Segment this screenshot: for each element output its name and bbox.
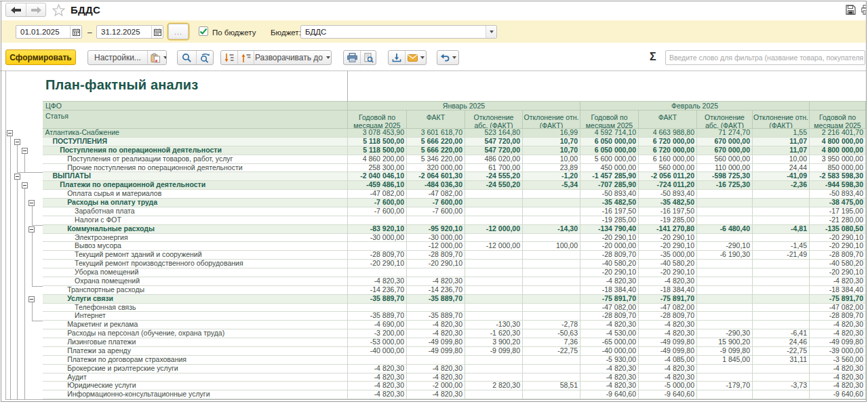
value-cell[interactable]: -2,78 [523,321,580,329]
value-cell[interactable]: -2 040 046,10 [348,172,407,181]
tree-expander-collapse[interactable] [28,200,35,206]
value-cell[interactable] [753,268,810,277]
value-cell[interactable] [523,365,580,373]
tree-expander-collapse[interactable] [7,130,13,136]
value-cell[interactable]: 58,51 [523,382,580,390]
value-cell[interactable] [697,277,753,286]
row-label-cell[interactable]: Коммунальные расходы [43,225,348,234]
value-cell[interactable]: -1,45 [753,242,810,251]
row-label-cell[interactable]: Уборка помещений [43,268,348,277]
value-cell[interactable]: -20 290,10 [639,268,697,277]
value-cell[interactable]: -20 290,10 [810,242,866,251]
value-cell[interactable]: -135 080,50 [810,225,866,234]
value-cell[interactable] [753,304,810,312]
value-cell[interactable]: -40 580,20 [639,260,697,268]
value-cell[interactable]: -3 560,00 [810,356,866,365]
value-cell[interactable] [465,251,523,260]
value-cell[interactable]: 2 820,30 [465,382,523,390]
value-cell[interactable] [753,190,810,199]
value-cell[interactable] [523,304,580,312]
value-cell[interactable]: 5 666 220,00 [407,146,465,155]
favorite-star-icon[interactable] [51,3,66,17]
cfo-header-cell[interactable]: ЦФО [43,102,348,110]
by-budget-checkbox[interactable] [199,26,208,36]
value-cell[interactable]: 486 020,00 [465,155,523,164]
value-cell[interactable]: -4 820,30 [407,365,465,373]
value-cell[interactable]: 4 663 988,80 [639,129,697,138]
value-cell[interactable] [465,268,523,277]
row-label-cell[interactable]: Телефонная связь [43,304,348,312]
row-label-cell[interactable]: ВЫПЛАТЫ [43,172,348,181]
value-cell[interactable]: -459 486,10 [348,181,407,190]
value-cell[interactable] [753,365,810,373]
value-cell[interactable] [465,234,523,243]
save-file-button[interactable] [389,51,405,64]
row-label-cell[interactable]: Платежи за аренду [43,347,348,356]
value-cell[interactable]: -22,75 [523,347,580,356]
value-cell[interactable] [465,207,523,216]
month-group-cell[interactable] [810,102,866,110]
value-cell[interactable]: 5 666 220,00 [407,138,465,146]
value-cell[interactable]: -4 820,30 [810,329,866,338]
value-cell[interactable]: -30 000,00 [348,234,407,243]
value-cell[interactable]: -28 809,70 [348,251,407,260]
value-cell[interactable] [753,277,810,286]
value-cell[interactable]: -28 809,70 [810,312,866,321]
value-cell[interactable]: -7 600,00 [407,199,465,207]
value-cell[interactable]: -50 893,40 [580,190,639,199]
value-cell[interactable]: -18 384,40 [810,286,866,295]
tree-expander-collapse[interactable] [28,296,35,302]
value-cell[interactable] [465,216,523,225]
tree-expander-collapse[interactable] [22,182,28,188]
value-cell[interactable]: -944 598,30 [810,181,866,190]
value-cell[interactable]: 71 274,70 [697,129,753,138]
value-cell[interactable]: -4 820,30 [639,277,697,286]
value-cell[interactable]: -4 820,30 [348,365,407,373]
save-icon[interactable] [846,5,856,16]
date-to-field[interactable]: 31.12.2025 [96,25,163,39]
value-cell[interactable]: -4 820,30 [348,390,407,399]
value-cell[interactable]: -20 290,10 [407,260,465,268]
value-cell[interactable]: -4 820,30 [407,390,465,399]
value-cell[interactable]: -30 000,00 [407,234,465,243]
tree-expander-collapse[interactable] [14,139,20,145]
value-cell[interactable]: -4 820,30 [580,321,639,329]
value-cell[interactable]: -20 290,10 [810,268,866,277]
value-cell[interactable]: -49 099,80 [639,338,697,347]
value-cell[interactable]: -9 640,60 [810,390,866,399]
row-label-cell[interactable]: Налоги с ФОТ [43,216,348,225]
value-cell[interactable]: -5,34 [523,181,580,190]
value-cell[interactable]: -134 790,40 [580,225,639,234]
value-cell[interactable]: -16 725,30 [697,181,753,190]
value-cell[interactable]: -6 480,40 [697,225,753,234]
value-cell[interactable]: 560 000,00 [639,164,697,173]
value-cell[interactable] [465,277,523,286]
generate-button[interactable]: Сформировать [5,49,76,65]
value-cell[interactable] [465,199,523,207]
value-cell[interactable]: -4 085,00 [639,356,697,365]
value-cell[interactable]: -2 000,00 [407,382,465,390]
row-label-cell[interactable]: Юридические услуги [43,382,348,390]
by-budget-label[interactable]: По бюджету [212,28,256,37]
value-cell[interactable]: -22,75 [753,347,810,356]
value-cell[interactable]: -6,41 [753,329,810,338]
value-cell[interactable]: -38 475,00 [810,199,866,207]
value-cell[interactable]: 16,99 [523,129,580,138]
value-cell[interactable] [523,312,580,321]
value-cell[interactable] [523,207,580,216]
value-cell[interactable]: -4 820,30 [639,373,697,382]
value-cell[interactable]: -9 640,60 [639,390,697,399]
value-cell[interactable] [407,268,465,277]
value-cell[interactable]: 3 078 453,90 [348,129,407,138]
value-cell[interactable]: 1 845,00 [697,356,753,365]
row-label-cell[interactable]: Расходы на персонал (обучение, охрана тр… [43,329,348,338]
search-button[interactable] [178,51,196,64]
settings-button[interactable]: Настройки... [88,51,147,64]
value-cell[interactable]: 4 860 200,00 [348,155,407,164]
row-label-cell[interactable]: Информационно-консультационные услуги [43,390,348,399]
value-cell[interactable]: -12 000,00 [465,242,523,251]
print-button[interactable] [344,51,360,64]
value-cell[interactable] [465,304,523,312]
value-cell[interactable] [348,268,407,277]
expand-to-button[interactable]: Разворачивать до [254,51,331,64]
